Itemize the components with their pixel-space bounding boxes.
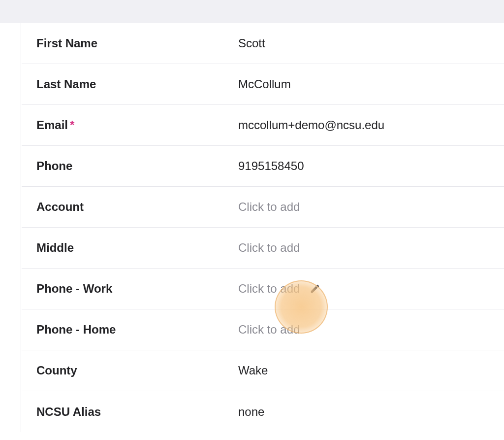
- field-row-last-name: Last Name McCollum: [22, 64, 504, 105]
- field-value-email[interactable]: mccollum+demo@ncsu.edu: [238, 118, 384, 132]
- field-value-middle[interactable]: Click to add: [238, 241, 300, 255]
- field-label-ncsu-alias: NCSU Alias: [36, 405, 238, 419]
- field-value-last-name[interactable]: McCollum: [238, 77, 291, 91]
- field-label-account: Account: [36, 200, 238, 214]
- field-value-phone-work[interactable]: Click to add: [238, 282, 300, 296]
- field-label-email: Email*: [36, 118, 238, 132]
- field-value-ncsu-alias[interactable]: none: [238, 405, 264, 419]
- field-label-middle: Middle: [36, 241, 238, 255]
- field-label-phone: Phone: [36, 159, 238, 173]
- field-value-phone-home[interactable]: Click to add: [238, 323, 300, 337]
- field-row-county: County Wake: [22, 350, 504, 391]
- field-row-first-name: First Name Scott: [22, 23, 504, 64]
- pencil-icon[interactable]: [310, 283, 320, 294]
- field-row-phone-home: Phone - Home Click to add: [22, 309, 504, 350]
- field-value-county[interactable]: Wake: [238, 364, 268, 377]
- top-bar: [0, 0, 504, 23]
- vertical-divider: [21, 23, 21, 432]
- field-row-account: Account Click to add: [22, 187, 504, 228]
- field-label-last-name: Last Name: [36, 77, 238, 91]
- field-label-first-name: First Name: [36, 36, 238, 50]
- field-row-ncsu-alias: NCSU Alias none: [22, 391, 504, 432]
- field-label-county: County: [36, 364, 238, 377]
- required-asterisk: *: [70, 118, 74, 132]
- field-label-phone-home: Phone - Home: [36, 323, 238, 337]
- field-label-phone-work: Phone - Work: [36, 282, 238, 296]
- field-row-phone: Phone 9195158450: [22, 146, 504, 187]
- field-row-email: Email* mccollum+demo@ncsu.edu: [22, 105, 504, 146]
- field-row-middle: Middle Click to add: [22, 228, 504, 269]
- field-row-phone-work: Phone - Work Click to add: [22, 269, 504, 309]
- field-value-account[interactable]: Click to add: [238, 200, 300, 214]
- field-value-first-name[interactable]: Scott: [238, 36, 265, 50]
- detail-panel: First Name Scott Last Name McCollum Emai…: [0, 23, 504, 432]
- field-value-phone[interactable]: 9195158450: [238, 159, 304, 173]
